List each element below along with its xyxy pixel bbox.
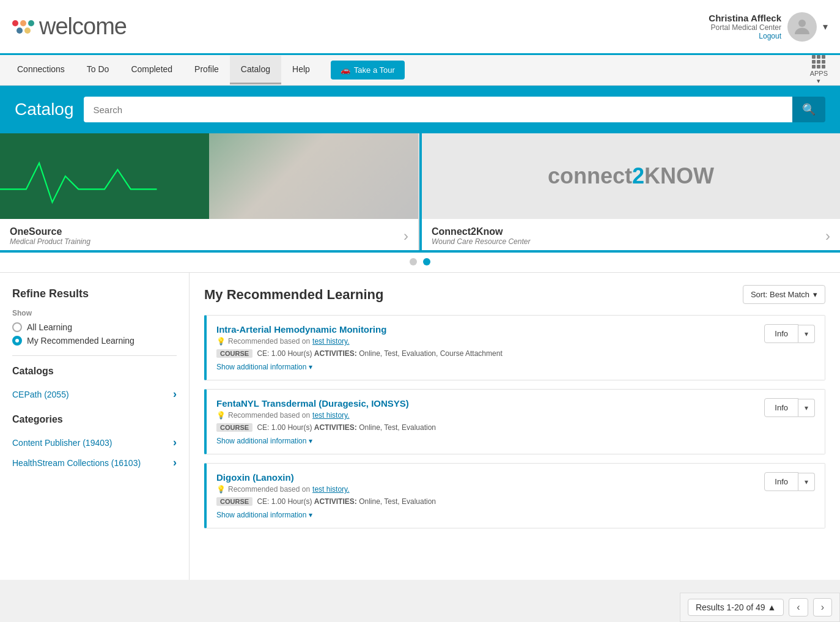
info-dropdown-2[interactable]: ▾: [798, 399, 815, 417]
nav: Connections To Do Completed Profile Cata…: [0, 55, 840, 86]
logo-text: welcome: [39, 13, 127, 40]
svg-point-0: [798, 20, 806, 27]
activities-3: Online, Test, Evaluation: [359, 497, 436, 506]
car-icon: 🚗: [341, 65, 350, 75]
connect2know-logo: connect2KNOW: [548, 163, 714, 189]
show-section: Show All Learning My Recommended Learnin…: [12, 309, 177, 346]
nav-profile[interactable]: Profile: [183, 56, 230, 84]
course-badge-2: COURSE: [216, 423, 252, 432]
apps-grid-icon: [812, 55, 825, 68]
carousel-caption-connect2know: Connect2Know Wound Care Resource Center …: [422, 219, 840, 250]
category-content-publisher-label: Content Publisher (19403): [12, 438, 112, 448]
nav-catalog[interactable]: Catalog: [230, 56, 281, 84]
info-button-2[interactable]: Info: [764, 398, 798, 417]
info-button-1[interactable]: Info: [764, 324, 798, 343]
user-org: Portal Medical Center: [709, 23, 781, 32]
radio-recommended: [12, 336, 22, 346]
info-button-3[interactable]: Info: [764, 472, 798, 491]
carousel-arrow-connect2know: ›: [825, 228, 830, 245]
info-btn-group-2: Info ▾: [764, 398, 815, 417]
sidebar-divider: [12, 355, 177, 356]
activities-1: Online, Test, Evaluation, Course Attachm…: [359, 349, 503, 358]
sort-chevron-icon: ▾: [813, 290, 817, 299]
logout-link[interactable]: Logout: [709, 32, 781, 40]
category-healthstream[interactable]: HealthStream Collections (16103) ›: [12, 453, 177, 473]
lightbulb-icon-2: 💡: [216, 411, 226, 420]
activities-2: Online, Test, Evaluation: [359, 423, 436, 432]
search-input[interactable]: [84, 97, 792, 122]
search-container: 🔍: [84, 97, 825, 122]
results-area: My Recommended Learning Sort: Best Match…: [190, 273, 840, 580]
avatar: [787, 12, 817, 42]
recommended-text-3: Recommended based on: [228, 485, 310, 494]
filter-recommended-label: My Recommended Learning: [27, 336, 134, 346]
filter-all-learning-label: All Learning: [27, 322, 72, 332]
categories-section: Categories Content Publisher (19403) › H…: [12, 414, 177, 473]
carousel-arrow-onesource: ›: [403, 228, 408, 245]
course-title-1[interactable]: Intra-Arterial Hemodynamic Monitoring: [216, 324, 386, 335]
carousel: OneSource Medical Product Training › con…: [0, 133, 840, 253]
carousel-dot-1[interactable]: [410, 258, 417, 265]
sort-label: Sort: Best Match: [751, 290, 809, 299]
course-card-3: Digoxin (Lanoxin) 💡 Recommended based on…: [204, 463, 825, 528]
ce-info-1: CE: 1.00 Hour(s): [257, 349, 314, 358]
show-more-1[interactable]: Show additional information ▾: [216, 363, 312, 371]
filter-all-learning[interactable]: All Learning: [12, 322, 177, 332]
recommended-link-3[interactable]: test history.: [312, 485, 349, 494]
carousel-dot-2[interactable]: [423, 258, 430, 265]
take-tour-button[interactable]: 🚗 Take a Tour: [331, 61, 405, 80]
info-dropdown-3[interactable]: ▾: [798, 473, 815, 491]
course-meta-2: COURSE CE: 1.00 Hour(s) ACTIVITIES: Onli…: [216, 423, 754, 432]
recommended-text-1: Recommended based on: [228, 337, 310, 346]
refine-title: Refine Results: [12, 287, 177, 300]
apps-chevron-icon: ▾: [817, 77, 820, 85]
lightbulb-icon-3: 💡: [216, 485, 226, 494]
catalog-cepath-label: CEPath (2055): [12, 390, 69, 399]
course-card-2: FentaNYL Transdermal (Duragesic, IONSYS)…: [204, 389, 825, 454]
nav-todo[interactable]: To Do: [76, 56, 120, 84]
activities-label-1: ACTIVITIES:: [314, 349, 357, 358]
category-content-publisher[interactable]: Content Publisher (19403) ›: [12, 432, 177, 453]
course-meta-1: COURSE CE: 1.00 Hour(s) ACTIVITIES: Onli…: [216, 349, 754, 358]
nav-connections[interactable]: Connections: [6, 56, 76, 84]
nav-completed[interactable]: Completed: [120, 56, 183, 84]
catalog-cepath[interactable]: CEPath (2055) ›: [12, 384, 177, 404]
carousel-title-connect2know: Connect2Know: [432, 226, 530, 237]
course-title-2[interactable]: FentaNYL Transdermal (Duragesic, IONSYS): [216, 398, 409, 409]
catalog-cepath-arrow: ›: [173, 388, 177, 401]
category-healthstream-label: HealthStream Collections (16103): [12, 458, 141, 468]
course-meta-3: COURSE CE: 1.00 Hour(s) ACTIVITIES: Onli…: [216, 497, 754, 506]
recommended-link-2[interactable]: test history.: [312, 411, 349, 420]
activities-label-2: ACTIVITIES:: [314, 423, 357, 432]
recommended-line-1: 💡 Recommended based on test history.: [216, 337, 754, 346]
apps-button[interactable]: APPS ▾: [804, 55, 834, 85]
search-icon: 🔍: [802, 103, 816, 116]
carousel-dots: [0, 253, 840, 273]
carousel-subtitle-onesource: Medical Product Training: [10, 237, 90, 246]
recommended-text-2: Recommended based on: [228, 411, 310, 420]
radio-all-learning: [12, 322, 22, 332]
carousel-item-connect2know[interactable]: connect2KNOW Connect2Know Wound Care Res…: [419, 133, 840, 250]
show-more-2[interactable]: Show additional information ▾: [216, 437, 312, 445]
nav-help[interactable]: Help: [281, 56, 321, 84]
show-more-3[interactable]: Show additional information ▾: [216, 511, 312, 519]
info-dropdown-1[interactable]: ▾: [798, 325, 815, 343]
results-header: My Recommended Learning Sort: Best Match…: [204, 285, 825, 304]
carousel-item-onesource[interactable]: OneSource Medical Product Training ›: [0, 133, 419, 250]
sidebar: Refine Results Show All Learning My Reco…: [0, 273, 190, 580]
user-area: Christina Affleck Portal Medical Center …: [709, 12, 828, 42]
info-btn-group-1: Info ▾: [764, 324, 815, 343]
carousel-caption-onesource: OneSource Medical Product Training ›: [0, 219, 418, 250]
sort-dropdown[interactable]: Sort: Best Match ▾: [743, 285, 825, 304]
recommended-link-1[interactable]: test history.: [312, 337, 349, 346]
catalogs-title: Catalogs: [12, 366, 177, 377]
course-title-3[interactable]: Digoxin (Lanoxin): [216, 472, 294, 483]
search-button[interactable]: 🔍: [792, 97, 825, 122]
results-title: My Recommended Learning: [204, 287, 383, 303]
carousel-title-onesource: OneSource: [10, 226, 90, 237]
catalog-banner: Catalog 🔍: [0, 86, 840, 133]
chevron-down-icon[interactable]: ▾: [823, 21, 828, 32]
logo-area: welcome: [12, 13, 127, 40]
course-badge-3: COURSE: [216, 497, 252, 506]
filter-recommended[interactable]: My Recommended Learning: [12, 336, 177, 346]
